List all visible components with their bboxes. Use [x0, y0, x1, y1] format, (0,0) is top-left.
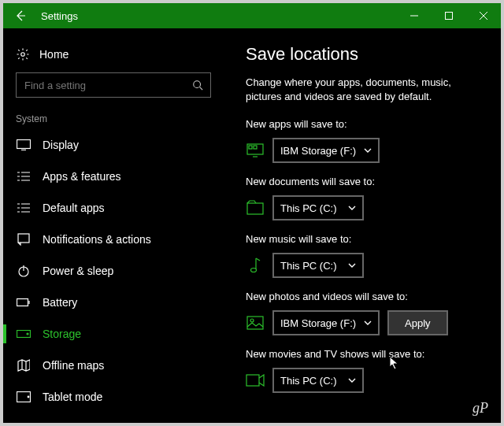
- sidebar-item-label: Apps & features: [43, 170, 121, 183]
- chevron-down-icon: [348, 263, 356, 268]
- svg-rect-6: [17, 299, 28, 306]
- svg-point-8: [27, 333, 28, 335]
- setting-movies: New movies and TV shows will save to: Th…: [246, 348, 482, 393]
- search-input[interactable]: [16, 72, 211, 98]
- minimize-button[interactable]: [397, 3, 432, 28]
- svg-rect-14: [247, 203, 263, 214]
- sidebar-item-label: Battery: [43, 296, 77, 309]
- section-label: System: [3, 109, 224, 129]
- setting-label: New apps will save to:: [246, 118, 482, 130]
- chevron-down-icon: [348, 206, 356, 210]
- tablet-icon: [16, 391, 32, 402]
- maximize-icon: [445, 12, 453, 20]
- home-label: Home: [39, 48, 69, 61]
- music-location-dropdown[interactable]: This PC (C:): [272, 253, 364, 278]
- document-location-icon: [246, 200, 265, 216]
- svg-rect-0: [446, 13, 453, 20]
- dropdown-value: This PC (C:): [280, 375, 337, 387]
- chevron-down-icon: [348, 378, 356, 383]
- photos-location-dropdown[interactable]: IBM Storage (F:): [272, 310, 380, 335]
- home-button[interactable]: Home: [3, 41, 224, 72]
- svg-point-15: [251, 269, 257, 272]
- notifications-icon: [16, 233, 32, 246]
- setting-music: New music will save to: This PC (C:): [246, 233, 482, 278]
- documents-location-dropdown[interactable]: This PC (C:): [272, 195, 364, 220]
- setting-label: New documents will save to:: [246, 176, 482, 187]
- close-button[interactable]: [466, 3, 501, 28]
- titlebar: Settings: [3, 3, 501, 28]
- chevron-down-icon: [364, 320, 372, 325]
- svg-point-2: [194, 81, 201, 88]
- movies-location-icon: [246, 374, 265, 387]
- photos-location-icon: [246, 316, 265, 330]
- dropdown-value: IBM Storage (F:): [280, 317, 356, 329]
- page-title: Save locations: [246, 44, 482, 65]
- sidebar-item-tablet-mode[interactable]: Tablet mode: [3, 381, 224, 413]
- setting-photos: New photos and videos will save to: IBM …: [246, 291, 482, 335]
- display-icon: [16, 139, 32, 150]
- storage-icon: [16, 330, 32, 338]
- sidebar-item-display[interactable]: Display: [3, 129, 224, 161]
- svg-rect-18: [246, 375, 259, 386]
- sidebar-item-label: Default apps: [43, 202, 105, 214]
- battery-icon: [16, 298, 32, 307]
- sidebar-item-label: Tablet mode: [43, 391, 102, 403]
- dropdown-value: IBM Storage (F:): [280, 145, 356, 157]
- svg-point-1: [21, 53, 25, 57]
- sidebar-item-apps[interactable]: Apps & features: [3, 161, 224, 192]
- maximize-button[interactable]: [432, 3, 466, 28]
- music-location-icon: [246, 257, 265, 274]
- movies-location-dropdown[interactable]: This PC (C:): [272, 368, 364, 393]
- dropdown-value: This PC (C:): [280, 260, 337, 272]
- app-location-icon: [246, 143, 265, 157]
- arrow-left-icon: [14, 9, 27, 22]
- minimize-icon: [410, 12, 418, 20]
- svg-rect-16: [247, 317, 263, 329]
- sidebar-item-default-apps[interactable]: Default apps: [3, 192, 224, 224]
- svg-rect-4: [18, 234, 29, 243]
- settings-window: Settings Home: [3, 3, 501, 423]
- sidebar-item-offline-maps[interactable]: Offline maps: [3, 350, 224, 381]
- svg-rect-12: [249, 146, 252, 149]
- sidebar-item-notifications[interactable]: Notifications & actions: [3, 224, 224, 255]
- sidebar: Home System Display Apps & features: [3, 28, 224, 423]
- search-icon: [192, 80, 203, 91]
- setting-documents: New documents will save to: This PC (C:): [246, 176, 482, 220]
- sidebar-item-power[interactable]: Power & sleep: [3, 255, 224, 287]
- close-icon: [480, 12, 487, 20]
- sidebar-item-label: Display: [43, 139, 79, 151]
- sidebar-item-label: Storage: [43, 328, 81, 340]
- svg-rect-3: [17, 140, 31, 149]
- svg-point-17: [250, 319, 254, 322]
- default-apps-icon: [16, 202, 32, 213]
- setting-apps: New apps will save to: IBM Storage (F:): [246, 118, 482, 163]
- svg-point-10: [28, 396, 29, 398]
- sidebar-item-storage[interactable]: Storage: [3, 318, 224, 350]
- main-content: Save locations Change where your apps, d…: [224, 28, 501, 423]
- watermark: gP: [472, 400, 488, 417]
- setting-label: New movies and TV shows will save to:: [246, 348, 482, 360]
- back-button[interactable]: [3, 3, 38, 28]
- apps-location-dropdown[interactable]: IBM Storage (F:): [272, 138, 380, 163]
- page-description: Change where your apps, documents, music…: [246, 76, 482, 104]
- gear-icon: [16, 47, 30, 61]
- setting-label: New photos and videos will save to:: [246, 291, 482, 302]
- apps-icon: [16, 171, 32, 182]
- maps-icon: [16, 359, 32, 372]
- svg-rect-13: [254, 146, 257, 149]
- power-icon: [16, 265, 32, 277]
- apply-button[interactable]: Apply: [387, 310, 448, 335]
- window-title: Settings: [38, 10, 397, 22]
- sidebar-item-label: Notifications & actions: [43, 233, 151, 246]
- dropdown-value: This PC (C:): [280, 202, 337, 214]
- sidebar-item-battery[interactable]: Battery: [3, 287, 224, 318]
- sidebar-item-label: Power & sleep: [43, 265, 113, 277]
- chevron-down-icon: [364, 148, 372, 153]
- sidebar-item-label: Offline maps: [43, 359, 104, 372]
- setting-label: New music will save to:: [246, 233, 482, 245]
